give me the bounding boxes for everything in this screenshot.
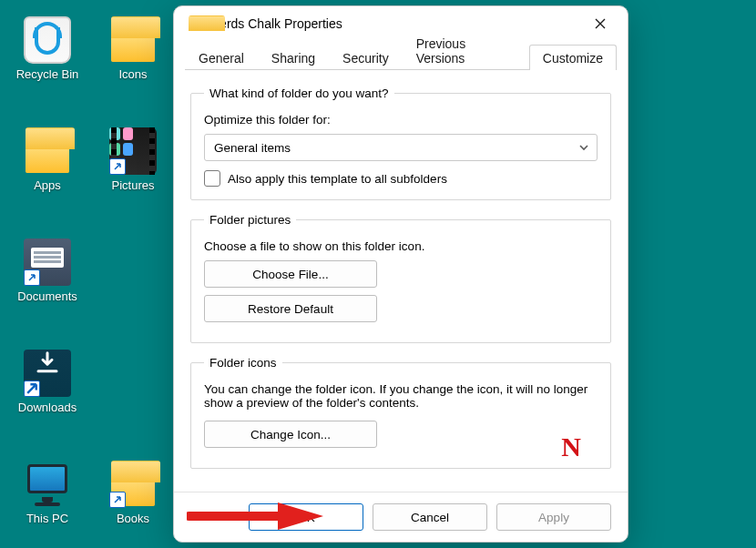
pictures-icon: [109, 127, 157, 175]
folder-icon: [187, 15, 203, 32]
chevron-down-icon: [578, 142, 589, 153]
group-legend: What kind of folder do you want?: [204, 86, 394, 100]
recycle-bin-icon: [24, 16, 71, 64]
titlebar[interactable]: Nerds Chalk Properties: [174, 6, 628, 41]
tab-body-customize: What kind of folder do you want? Optimiz…: [174, 70, 628, 492]
desktop-icon-label: Icons: [118, 67, 147, 81]
documents-icon: [24, 238, 71, 286]
tab-general[interactable]: General: [185, 45, 258, 70]
close-button[interactable]: [582, 11, 618, 36]
select-value: General items: [214, 141, 291, 155]
choose-file-button[interactable]: Choose File...: [204, 260, 377, 288]
cancel-button[interactable]: Cancel: [373, 503, 487, 531]
change-icon-button[interactable]: Change Icon...: [204, 421, 377, 448]
tab-customize[interactable]: Customize: [529, 45, 617, 70]
downloads-icon: [24, 350, 71, 397]
group-folder-pictures: Folder pictures Choose a file to show on…: [190, 213, 611, 343]
desktop-icon-label: Apps: [34, 178, 61, 192]
shortcut-arrow-icon: [109, 492, 126, 508]
desktop-icon-pictures[interactable]: Pictures: [95, 127, 171, 192]
apply-to-subfolders-checkbox[interactable]: Also apply this template to all subfolde…: [204, 170, 598, 187]
dialog-button-bar: OK Cancel Apply: [174, 492, 628, 542]
desktop-icon-label: Pictures: [112, 178, 155, 192]
desktop-icon-label: This PC: [26, 512, 68, 525]
this-pc-icon: [24, 461, 71, 508]
optimize-for-select[interactable]: General items: [204, 134, 598, 161]
desktop-icon-label: Downloads: [18, 401, 77, 414]
group-folder-kind: What kind of folder do you want? Optimiz…: [190, 86, 611, 200]
tabstrip: General Sharing Security Previous Versio…: [174, 41, 628, 70]
desktop-icon-icons[interactable]: Icons: [95, 16, 171, 81]
desktop-icon-books[interactable]: Books: [95, 461, 171, 525]
folder-icon: [24, 127, 71, 175]
dialog-title: Nerds Chalk Properties: [210, 16, 582, 31]
folder-icon: [109, 461, 157, 508]
optimize-for-label: Optimize this folder for:: [204, 113, 598, 127]
close-icon: [595, 18, 606, 29]
group-legend: Folder icons: [204, 356, 282, 370]
folder-pictures-hint: Choose a file to show on this folder ico…: [204, 239, 598, 253]
folder-icon-preview: N: [561, 431, 579, 462]
desktop-icon-label: Recycle Bin: [16, 67, 79, 81]
tab-previous-versions[interactable]: Previous Versions: [403, 30, 529, 70]
desktop-icon-apps[interactable]: Apps: [9, 127, 86, 192]
group-folder-icons: Folder icons You can change the folder i…: [190, 356, 611, 469]
folder-icons-hint: You can change the folder icon. If you c…: [204, 382, 598, 410]
folder-icon: [109, 16, 157, 64]
checkbox-box-icon: [204, 170, 220, 187]
group-legend: Folder pictures: [204, 213, 296, 227]
shortcut-arrow-icon: [24, 381, 40, 397]
shortcut-arrow-icon: [109, 158, 126, 175]
desktop-icon-downloads[interactable]: Downloads: [9, 350, 86, 414]
restore-default-button[interactable]: Restore Default: [204, 295, 377, 322]
tab-security[interactable]: Security: [329, 45, 403, 70]
desktop-icon-label: Books: [117, 512, 149, 525]
properties-dialog: Nerds Chalk Properties General Sharing S…: [173, 5, 628, 543]
shortcut-arrow-icon: [24, 269, 40, 286]
tab-sharing[interactable]: Sharing: [258, 45, 329, 70]
desktop-icon-label: Documents: [17, 289, 77, 303]
desktop-icon-recycle-bin[interactable]: Recycle Bin: [9, 16, 86, 81]
desktop-icon-this-pc[interactable]: This PC: [9, 461, 86, 525]
ok-button[interactable]: OK: [249, 503, 363, 531]
apply-button: Apply: [496, 503, 611, 531]
checkbox-label: Also apply this template to all subfolde…: [228, 172, 447, 186]
desktop-icon-documents[interactable]: Documents: [9, 238, 86, 303]
